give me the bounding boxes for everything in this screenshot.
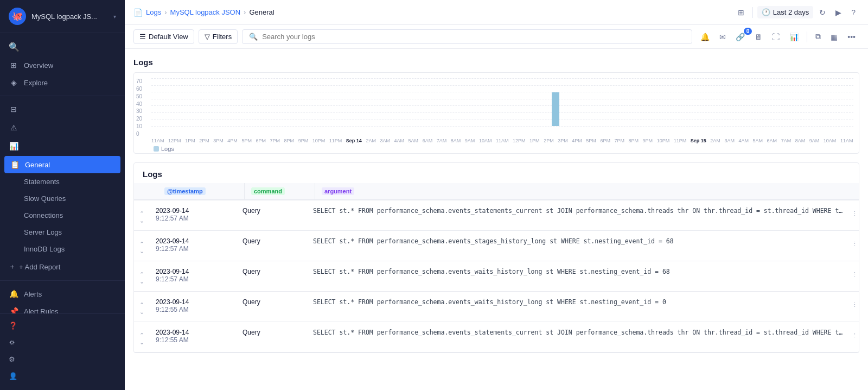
octopus-logo-icon: 🐙 [9, 8, 26, 25]
split-view-button[interactable]: ⧉ [812, 29, 825, 44]
sidebar-item-statements[interactable]: Statements [0, 173, 125, 190]
sidebar-navigation: 🔍 ⊞ Overview ◈ Explore ⊟ ⚠ 📊 📋 General [0, 33, 125, 313]
timestamp-time: 9:12:55 AM [156, 306, 229, 313]
th-timestamp[interactable]: @timestamp [158, 183, 245, 199]
sidebar-item-slow-queries[interactable]: Slow Queries [0, 190, 125, 207]
row-expand-button[interactable]: ⌃⌄ [134, 292, 149, 316]
td-argument: SELECT st.* FROM performance_schema.even… [307, 292, 850, 312]
header-divider [752, 7, 753, 18]
question-icon: ❓ [9, 322, 17, 330]
fullscreen-button[interactable]: ⛶ [768, 30, 783, 44]
breadcrumb-sep-1: › [164, 8, 167, 16]
sidebar-item-label: Server Logs [24, 228, 62, 236]
sidebar-item-help[interactable]: ❓ [9, 318, 116, 333]
td-timestamp: 2023-09-14 9:12:57 AM [149, 231, 236, 259]
sidebar-item-label: Slow Queries [24, 194, 66, 203]
chart-legend: Logs [154, 146, 174, 152]
sidebar-item-dashboards[interactable]: ⊟ [0, 100, 125, 118]
sidebar-item-label: Explore [24, 79, 48, 87]
search-box[interactable]: 🔍 [242, 29, 692, 44]
sidebar-item-label: Alerts [24, 290, 42, 298]
help-button[interactable]: ? [847, 5, 859, 20]
mail-button[interactable]: ✉ [716, 30, 730, 44]
play-button[interactable]: ▶ [832, 5, 845, 20]
add-icon: ＋ [9, 262, 16, 272]
sidebar-item-settings[interactable]: ⚙ [9, 352, 116, 367]
sidebar-logo[interactable]: 🐙 MySQL logpack JS... ▾ [0, 0, 125, 33]
sidebar-item-connections[interactable]: Connections [0, 207, 125, 224]
row-menu-button[interactable]: ⋮ [850, 261, 859, 278]
default-view-button[interactable]: ☰ Default View [133, 29, 194, 44]
td-argument: SELECT st.* FROM performance_schema.even… [307, 200, 850, 221]
table-row: ⌃⌄ 2023-09-14 9:12:57 AM Query SELECT st… [134, 261, 859, 292]
dashboard-icon: ⊟ [9, 105, 18, 114]
sidebar-item-alerts-icon[interactable]: ⚠ [0, 119, 125, 136]
link-badge-button[interactable]: 🔗 0 [732, 30, 749, 44]
td-argument: SELECT st.* FROM performance_schema.even… [307, 231, 850, 251]
time-range-selector[interactable]: 🕐 Last 2 days [757, 6, 814, 18]
breadcrumb-mysql[interactable]: MySQL logpack JSON [170, 8, 241, 16]
chart-plot-area [151, 78, 853, 126]
td-timestamp: 2023-09-14 9:12:55 AM [149, 322, 236, 350]
y-label: 10 [136, 123, 147, 129]
timestamp-date: 2023-09-14 [156, 237, 229, 245]
sidebar-item-alerts[interactable]: 🔔 Alerts [0, 285, 125, 303]
nav-divider-2 [0, 280, 125, 281]
notification-button[interactable]: 🔔 [697, 30, 713, 44]
refresh-button[interactable]: ↻ [815, 5, 829, 20]
breadcrumb-sep-2: › [244, 8, 246, 16]
sidebar-item-avatar[interactable]: 👤 [9, 369, 116, 383]
row-menu-button[interactable]: ⋮ [850, 292, 859, 309]
grid-line [151, 92, 853, 92]
sidebar-item-server-logs[interactable]: Server Logs [0, 224, 125, 241]
more-button[interactable]: ••• [844, 30, 859, 44]
breadcrumb-logs[interactable]: Logs [146, 8, 161, 16]
dashboard-grid-button[interactable]: ⊞ [734, 5, 748, 20]
td-command: Query [236, 231, 307, 251]
table-row: ⌃⌄ 2023-09-14 9:12:55 AM Query SELECT st… [134, 322, 859, 353]
overview-icon: ⊞ [9, 61, 18, 70]
content-area: Logs 70 60 50 40 30 20 10 0 [125, 49, 868, 390]
logs-table-title: Logs [134, 163, 859, 183]
th-argument[interactable]: argument [315, 183, 859, 199]
filters-label: Filters [213, 33, 232, 41]
chart-x-labels: 11AM 12PM 1PM 2PM 3PM 4PM 5PM 6PM 7PM 8P… [151, 138, 853, 143]
add-report-button[interactable]: ＋ + Add Report [0, 257, 125, 276]
integrations-icon: ⛭ [9, 338, 16, 347]
sidebar-item-overview[interactable]: ⊞ Overview [0, 56, 125, 74]
screen-button[interactable]: 🖥 [751, 30, 766, 44]
avatar: 👤 [9, 372, 17, 380]
row-expand-button[interactable]: ⌃⌄ [134, 261, 149, 285]
th-expand-spacer [134, 183, 158, 199]
sidebar-item-general[interactable]: 📋 General [4, 156, 120, 173]
row-menu-button[interactable]: ⋮ [850, 200, 859, 217]
sidebar-item-innodb-logs[interactable]: InnoDB Logs [0, 241, 125, 257]
main-content: 📄 Logs › MySQL logpack JSON › General ⊞ … [125, 0, 868, 390]
row-menu-button[interactable]: ⋮ [850, 322, 859, 339]
sidebar-item-metrics[interactable]: 📊 [0, 137, 125, 155]
timestamp-time: 9:12:57 AM [156, 245, 229, 253]
sidebar-item-integrations[interactable]: ⛭ [9, 335, 116, 350]
chart-button[interactable]: 📊 [786, 30, 802, 44]
header-actions: ⊞ 🕐 Last 2 days ↻ ▶ ? [734, 5, 859, 20]
table-row: ⌃⌄ 2023-09-14 9:12:57 AM Query SELECT st… [134, 231, 859, 261]
sidebar-item-alert-rules[interactable]: 📌 Alert Rules [0, 303, 125, 313]
sidebar-item-explore[interactable]: ◈ Explore [0, 74, 125, 91]
filters-button[interactable]: ▽ Filters [199, 29, 238, 44]
timestamp-time: 9:12:57 AM [156, 275, 229, 283]
row-menu-button[interactable]: ⋮ [850, 231, 859, 248]
sidebar: 🐙 MySQL logpack JS... ▾ 🔍 ⊞ Overview ◈ E… [0, 0, 125, 390]
td-command: Query [236, 322, 307, 343]
timestamp-time: 9:12:55 AM [156, 336, 229, 344]
breadcrumb-current: General [249, 8, 274, 16]
table-header: @timestamp command argument [134, 183, 859, 200]
table-view-button[interactable]: ▦ [827, 30, 841, 44]
sidebar-item-label: InnoDB Logs [24, 245, 65, 253]
row-expand-button[interactable]: ⌃⌄ [134, 231, 149, 255]
row-expand-button[interactable]: ⌃⌄ [134, 200, 149, 224]
sidebar-icon-search[interactable]: 🔍 [9, 42, 20, 52]
row-expand-button[interactable]: ⌃⌄ [134, 322, 149, 346]
search-input[interactable] [262, 33, 685, 41]
th-command[interactable]: command [245, 183, 315, 199]
logs-icon: 📋 [10, 160, 20, 169]
